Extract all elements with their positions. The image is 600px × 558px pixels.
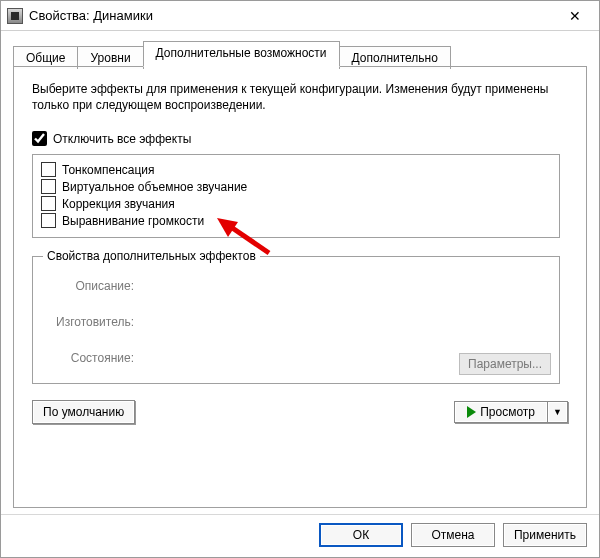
properties-dialog: Свойства: Динамики ✕ Общие Уровни Дополн… [0,0,600,558]
description-label: Описание: [47,279,142,293]
titlebar: Свойства: Динамики ✕ [1,1,599,31]
effect-checkbox[interactable] [41,179,56,194]
preview-dropdown-button[interactable]: ▼ [548,401,568,423]
disable-all-effects-checkbox[interactable] [32,131,47,146]
cancel-button[interactable]: Отмена [411,523,495,547]
chevron-down-icon: ▼ [553,407,562,417]
play-icon [467,406,476,418]
disable-all-effects-label: Отключить все эффекты [53,132,191,146]
tab-enhancements[interactable]: Дополнительные возможности [143,41,340,67]
effect-item[interactable]: Коррекция звучания [41,195,551,212]
defaults-button[interactable]: По умолчанию [32,400,135,424]
group-legend: Свойства дополнительных эффектов [43,249,260,263]
dialog-button-row: ОК Отмена Применить [1,514,599,557]
effects-list: Тонкомпенсация Виртуальное объемное звуч… [32,154,560,238]
close-icon: ✕ [569,8,581,24]
tab-strip: Общие Уровни Дополнительные возможности … [13,41,587,67]
effect-label: Виртуальное объемное звучание [62,180,247,194]
effect-item[interactable]: Выравнивание громкости [41,212,551,229]
preview-button[interactable]: Просмотр [454,401,548,423]
effect-label: Тонкомпенсация [62,163,155,177]
effect-properties-group: Свойства дополнительных эффектов Описани… [32,256,560,384]
window-title: Свойства: Динамики [29,8,555,23]
instruction-text: Выберите эффекты для применения к текуще… [32,81,568,113]
app-icon [7,8,23,24]
parameters-button[interactable]: Параметры... [459,353,551,375]
effect-checkbox[interactable] [41,196,56,211]
preview-label: Просмотр [480,405,535,419]
effect-checkbox[interactable] [41,162,56,177]
effect-label: Коррекция звучания [62,197,175,211]
effect-checkbox[interactable] [41,213,56,228]
vendor-label: Изготовитель: [47,315,142,329]
ok-button[interactable]: ОК [319,523,403,547]
close-button[interactable]: ✕ [555,2,595,30]
effect-item[interactable]: Виртуальное объемное звучание [41,178,551,195]
effect-item[interactable]: Тонкомпенсация [41,161,551,178]
apply-button[interactable]: Применить [503,523,587,547]
status-label: Состояние: [47,351,142,365]
enhancements-panel: Выберите эффекты для применения к текуще… [13,67,587,508]
effect-label: Выравнивание громкости [62,214,204,228]
